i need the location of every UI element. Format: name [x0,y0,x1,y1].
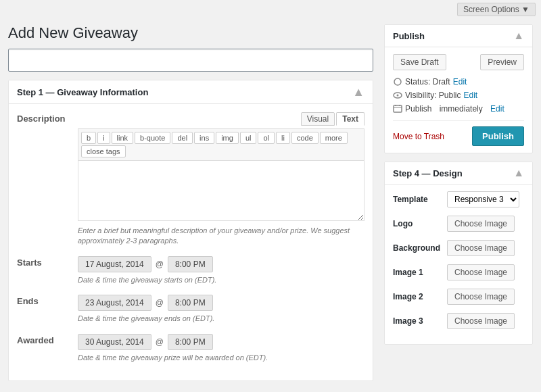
ends-row: Ends 23 August, 2014 @ 8:00 PM Date & ti… [17,295,364,324]
toolbar-img[interactable]: img [216,132,239,144]
tab-visual[interactable]: Visual [301,112,335,126]
template-control: Responsive 3 [447,191,524,207]
starts-time: 8:00 PM [168,256,213,272]
toolbar-ol[interactable]: ol [258,132,275,144]
publish-postbox-header: Publish ▲ [385,25,532,47]
step1-title: Step 1 — Giveaway Information [17,87,148,97]
starts-date-row: 17 August, 2014 @ 8:00 PM [78,256,364,272]
background-choose-image-button[interactable]: Choose Image [447,240,515,256]
page-title: Add New Giveaway [8,24,373,42]
description-label: Description [17,112,78,124]
publish-button[interactable]: Publish [472,126,524,146]
awarded-at-symbol: @ [156,337,164,347]
image2-row: Image 2 Choose Image [393,289,524,305]
editor-tabs: Visual Text [78,112,364,126]
publish-top-actions: Save Draft Preview [393,54,524,70]
step1-toggle[interactable]: ▲ [352,86,364,98]
logo-control: Choose Image [447,216,524,232]
starts-row: Starts 17 August, 2014 @ 8:00 PM Date & … [17,256,364,285]
awarded-content: 30 August, 2014 @ 8:00 PM Date & time th… [78,334,364,363]
awarded-date: 30 August, 2014 [78,334,151,350]
main-column: Add New Giveaway Step 1 — Giveaway Infor… [8,24,373,381]
publish-time-edit-link[interactable]: Edit [490,104,504,114]
template-row: Template Responsive 3 [393,191,524,207]
toolbar-code[interactable]: code [291,132,319,144]
starts-label: Starts [17,256,78,268]
publish-box-body: Save Draft Preview Status: Draft Edit V [385,47,532,153]
awarded-time: 8:00 PM [168,334,213,350]
awarded-hint: Date & time the giveaway prize will be a… [78,353,364,363]
sidebar-column: Publish ▲ Save Draft Preview Status: Dra… [384,24,533,381]
background-row: Background Choose Image [393,240,524,256]
toolbar-close-tags[interactable]: close tags [81,145,126,157]
post-title-input[interactable] [8,49,373,72]
visibility-info: Visibility: Public Edit [393,91,524,100]
image1-choose-image-button[interactable]: Choose Image [447,264,515,280]
awarded-label: Awarded [17,334,78,345]
svg-point-2 [397,95,399,97]
publish-box-toggle[interactable]: ▲ [513,30,524,42]
ends-time: 8:00 PM [168,295,213,311]
starts-date: 17 August, 2014 [78,256,151,272]
background-control: Choose Image [447,240,524,256]
toolbar-li[interactable]: li [276,132,290,144]
image2-control: Choose Image [447,289,524,305]
awarded-date-row: 30 August, 2014 @ 8:00 PM [78,334,364,350]
save-draft-button[interactable]: Save Draft [393,54,446,70]
image3-row: Image 3 Choose Image [393,313,524,329]
image3-label: Image 3 [393,316,447,326]
description-row: Description Visual Text b i link b-quote… [17,112,364,247]
logo-label: Logo [393,219,447,228]
preview-button[interactable]: Preview [480,54,524,70]
toolbar-bquote[interactable]: b-quote [135,132,170,144]
tab-text[interactable]: Text [336,112,364,126]
description-hint: Enter a brief but meaningful description… [78,226,364,247]
image1-label: Image 1 [393,268,447,277]
calendar-icon [393,104,402,114]
svg-point-0 [394,78,401,85]
starts-hint: Date & time the giveaway starts on (EDT)… [78,275,364,285]
image1-row: Image 1 Choose Image [393,264,524,280]
svg-rect-3 [394,105,402,112]
toolbar-more[interactable]: more [320,132,348,144]
template-select[interactable]: Responsive 3 [447,191,519,207]
status-icon [393,77,402,87]
screen-options-button[interactable]: Screen Options ▼ [457,3,536,16]
starts-at-symbol: @ [156,260,164,269]
image2-label: Image 2 [393,292,447,301]
toolbar-del[interactable]: del [172,132,193,144]
ends-date-row: 23 August, 2014 @ 8:00 PM [78,295,364,311]
design-postbox-header: Step 4 — Design ▲ [385,162,532,185]
toolbar-i[interactable]: i [97,132,110,144]
ends-hint: Date & time the giveaway ends on (EDT). [78,314,364,324]
toolbar-link[interactable]: link [112,132,134,144]
ends-content: 23 August, 2014 @ 8:00 PM Date & time th… [78,295,364,324]
move-to-trash-button[interactable]: Move to Trash [393,132,444,141]
image1-control: Choose Image [447,264,524,280]
step1-postbox: Step 1 — Giveaway Information ▲ Descript… [8,80,373,381]
design-box-title: Step 4 — Design [393,168,463,178]
description-content: Visual Text b i link b-quote del ins img… [78,112,364,247]
publish-time-text: Publish [405,104,431,114]
step1-body: Description Visual Text b i link b-quote… [9,104,373,381]
toolbar-ul[interactable]: ul [240,132,257,144]
toolbar-b[interactable]: b [81,132,96,144]
visibility-edit-link[interactable]: Edit [463,91,477,100]
awarded-row: Awarded 30 August, 2014 @ 8:00 PM Date &… [17,334,364,363]
visibility-icon [393,91,402,100]
logo-choose-image-button[interactable]: Choose Image [447,216,515,232]
logo-row: Logo Choose Image [393,216,524,232]
starts-content: 17 August, 2014 @ 8:00 PM Date & time th… [78,256,364,285]
description-editor[interactable] [78,160,364,221]
visibility-text: Visibility: Public [405,91,461,100]
publish-box-title: Publish [393,31,425,41]
ends-label: Ends [17,295,78,306]
image3-choose-image-button[interactable]: Choose Image [447,313,515,329]
publish-postbox: Publish ▲ Save Draft Preview Status: Dra… [384,24,533,153]
image3-control: Choose Image [447,313,524,329]
image2-choose-image-button[interactable]: Choose Image [447,289,515,305]
design-box-toggle[interactable]: ▲ [513,167,524,179]
toolbar-ins[interactable]: ins [194,132,214,144]
design-postbox: Step 4 — Design ▲ Template Responsive 3 … [384,162,533,345]
status-edit-link[interactable]: Edit [453,77,467,87]
